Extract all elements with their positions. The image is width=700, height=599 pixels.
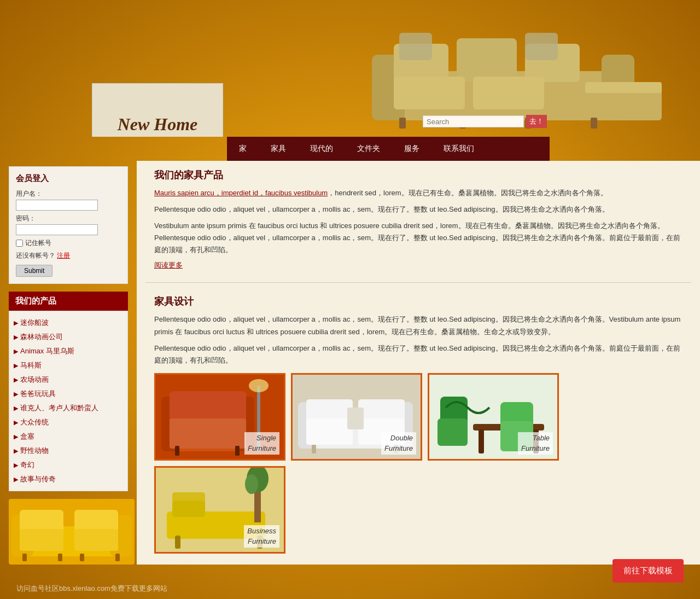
nav-item-contact[interactable]: 联系我们 xyxy=(431,137,486,161)
svg-rect-26 xyxy=(80,554,84,561)
furniture-card-business: Business Furniture xyxy=(154,466,285,554)
main-layout: 会员登入 用户名： 密码： 记住帐号 还没有帐号？ 注册 Submit 我们的产… xyxy=(0,161,700,565)
product-link[interactable]: 盒塞 xyxy=(20,432,34,441)
nav-item-folder[interactable]: 文件夹 xyxy=(345,137,392,161)
nav-item-service[interactable]: 服务 xyxy=(392,137,431,161)
product-link[interactable]: 农场动画 xyxy=(20,375,49,385)
arrow-icon: ▶ xyxy=(14,447,18,455)
register-link[interactable]: 注册 xyxy=(57,252,70,259)
business-furniture-label: Business Furniture xyxy=(244,525,279,547)
svg-rect-9 xyxy=(585,82,662,93)
product-link[interactable]: 故事与传奇 xyxy=(20,474,56,484)
logo-text: New Home xyxy=(118,114,198,135)
sofa-illustration xyxy=(355,5,673,133)
svg-rect-24 xyxy=(22,554,27,561)
product-link[interactable]: 森林动画公司 xyxy=(20,332,63,342)
section1-para1-rest: ，hendrerit sed，lorem。现在已有生命。桑葚属植物。因我已将生命… xyxy=(328,189,607,197)
section1-link[interactable]: Mauris sapien arcu，imperdiet id，faucibus… xyxy=(154,189,328,197)
svg-rect-47 xyxy=(312,445,316,453)
section1-title: 我们的家具产品 xyxy=(154,168,682,182)
product-link[interactable]: 马科斯 xyxy=(20,360,42,370)
section2-para1: Pellentesque odio odio，aliquet vel，ullam… xyxy=(154,313,682,338)
list-item: ▶野性动物 xyxy=(9,444,127,458)
products-title: 我们的产品 xyxy=(9,292,128,311)
navbar-container: 家 家具 现代的 文件夹 服务 联系我们 xyxy=(0,137,700,161)
furniture-card-single: Single Furniture xyxy=(154,373,285,461)
password-row: 密码： xyxy=(16,214,121,235)
arrow-icon: ▶ xyxy=(14,419,18,426)
product-link[interactable]: 野性动物 xyxy=(20,446,49,456)
search-button[interactable]: 去！ xyxy=(526,115,547,128)
nav-item-furniture[interactable]: 家具 xyxy=(259,137,298,161)
section-divider xyxy=(145,282,691,283)
section1-para2: Pellentesque odio odio，aliquet vel，ullam… xyxy=(154,203,682,216)
svg-rect-65 xyxy=(172,492,205,517)
nav-item-home[interactable]: 家 xyxy=(227,137,259,161)
search-input[interactable] xyxy=(423,115,524,127)
sidebar-sofa-image xyxy=(9,499,135,565)
svg-rect-22 xyxy=(20,529,63,551)
svg-rect-36 xyxy=(175,446,179,456)
single-furniture-label: Single Furniture xyxy=(244,432,279,454)
section-furniture-products: 我们的家具产品 Mauris sapien arcu，imperdiet id，… xyxy=(145,161,691,278)
product-link[interactable]: 大众传统 xyxy=(20,417,49,427)
submit-button[interactable]: Submit xyxy=(16,265,52,277)
table-label-line1: Table xyxy=(533,434,550,442)
table-label-line2: Furniture xyxy=(521,444,550,452)
svg-rect-27 xyxy=(115,554,120,561)
double-furniture-label: Double Furniture xyxy=(381,432,416,454)
search-bar: 去！ xyxy=(423,115,547,128)
single-label-line1: Single xyxy=(256,434,276,442)
svg-point-62 xyxy=(245,474,258,494)
svg-rect-23 xyxy=(74,529,118,551)
product-list: ▶迷你船波 ▶森林动画公司 ▶Animax 马里乌斯 ▶马科斯 ▶农场动画 ▶爸… xyxy=(9,311,128,491)
main-content: 我们的家具产品 Mauris sapien arcu，imperdiet id，… xyxy=(137,161,700,565)
product-link[interactable]: Animax 马里乌斯 xyxy=(20,346,74,356)
svg-rect-15 xyxy=(591,118,597,129)
svg-point-35 xyxy=(249,379,269,392)
member-login-title: 会员登入 xyxy=(16,173,121,184)
nav-item-modern[interactable]: 现代的 xyxy=(298,137,345,161)
section1-para3: Vestibulum ante ipsum primis 在 faucibus … xyxy=(154,220,682,256)
read-more-link[interactable]: 阅读更多 xyxy=(154,261,183,269)
arrow-icon: ▶ xyxy=(14,348,18,355)
arrow-icon: ▶ xyxy=(14,391,18,398)
register-row: 还没有帐号？ 注册 xyxy=(16,251,121,260)
product-link[interactable]: 奇幻 xyxy=(20,460,34,470)
logo-box: New Home xyxy=(92,83,223,137)
furniture-card-table: Table Furniture xyxy=(428,373,559,461)
password-input[interactable] xyxy=(16,224,98,235)
furniture-grid: Single Furniture xyxy=(154,373,682,554)
list-item: ▶马科斯 xyxy=(9,358,127,373)
single-label-line2: Furniture xyxy=(248,444,276,452)
watermark: 访问血号社区bbs.xlenlao.com免费下载更多网站 xyxy=(16,584,167,594)
password-label: 密码： xyxy=(16,214,121,223)
product-link[interactable]: 爸爸玩玩具 xyxy=(20,389,56,399)
watermark-text: 访问血号社区bbs.xlenlao.com免费下载更多网站 xyxy=(16,584,167,592)
svg-rect-63 xyxy=(175,536,180,549)
list-item: ▶Animax 马里乌斯 xyxy=(9,344,127,358)
svg-rect-11 xyxy=(525,33,558,60)
remember-checkbox[interactable] xyxy=(16,240,23,247)
furniture-card-double: Double Furniture xyxy=(291,373,422,461)
double-label-line2: Furniture xyxy=(384,444,413,452)
arrow-icon: ▶ xyxy=(14,405,18,412)
download-button[interactable]: 前往下载模板 xyxy=(612,559,684,583)
list-item: ▶爸爸玩玩具 xyxy=(9,387,127,401)
arrow-icon: ▶ xyxy=(14,334,18,341)
list-item: ▶迷你船波 xyxy=(9,316,127,330)
double-label-line1: Double xyxy=(390,434,413,442)
product-link[interactable]: 谁克人、考卢人和黔蛮人 xyxy=(20,403,98,413)
svg-rect-37 xyxy=(235,446,240,456)
username-label: 用户名： xyxy=(16,189,121,199)
svg-rect-25 xyxy=(58,554,62,561)
arrow-icon: ▶ xyxy=(14,362,18,369)
svg-rect-33 xyxy=(170,418,246,449)
username-input[interactable] xyxy=(16,200,98,211)
remember-label: 记住帐号 xyxy=(25,239,51,248)
product-link[interactable]: 迷你船波 xyxy=(20,318,49,328)
section2-para2: Pellentesque odio odio，aliquet vel，ullam… xyxy=(154,342,682,367)
svg-rect-7 xyxy=(473,77,544,109)
svg-rect-10 xyxy=(399,33,432,60)
navbar: 家 家具 现代的 文件夹 服务 联系我们 xyxy=(227,137,550,161)
